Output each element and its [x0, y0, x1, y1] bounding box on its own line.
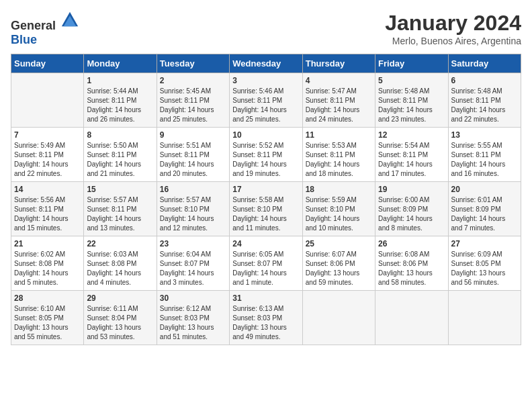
day-info: Sunrise: 6:10 AMSunset: 8:05 PMDaylight:… — [14, 305, 69, 340]
calendar-cell: 8 Sunrise: 5:50 AMSunset: 8:11 PMDayligh… — [84, 128, 157, 182]
day-number: 19 — [378, 185, 445, 194]
calendar-week-row: 28 Sunrise: 6:10 AMSunset: 8:05 PMDaylig… — [11, 291, 521, 345]
logo-icon — [60, 11, 79, 30]
day-info: Sunrise: 6:04 AMSunset: 8:07 PMDaylight:… — [160, 250, 214, 286]
weekday-header-saturday: Saturday — [448, 54, 521, 73]
calendar-cell: 4 Sunrise: 5:47 AMSunset: 8:11 PMDayligh… — [302, 73, 375, 128]
calendar-cell: 25 Sunrise: 6:07 AMSunset: 8:06 PMDaylig… — [302, 236, 375, 291]
calendar-cell: 26 Sunrise: 6:08 AMSunset: 8:06 PMDaylig… — [375, 236, 448, 291]
calendar-cell: 16 Sunrise: 5:57 AMSunset: 8:10 PMDaylig… — [157, 182, 229, 236]
day-info: Sunrise: 5:57 AMSunset: 8:11 PMDaylight:… — [87, 196, 141, 232]
day-info: Sunrise: 5:59 AMSunset: 8:10 PMDaylight:… — [306, 196, 360, 232]
calendar-week-row: 14 Sunrise: 5:56 AMSunset: 8:11 PMDaylig… — [11, 182, 521, 236]
day-info: Sunrise: 5:52 AMSunset: 8:11 PMDaylight:… — [232, 142, 287, 177]
day-number: 1 — [87, 76, 153, 85]
day-number: 13 — [451, 130, 518, 140]
calendar-cell: 31 Sunrise: 6:13 AMSunset: 8:03 PMDaylig… — [230, 291, 302, 345]
day-number: 28 — [14, 293, 81, 303]
weekday-header-row: SundayMondayTuesdayWednesdayThursdayFrid… — [11, 54, 521, 73]
day-info: Sunrise: 6:03 AMSunset: 8:08 PMDaylight:… — [87, 250, 141, 286]
calendar-cell: 7 Sunrise: 5:49 AMSunset: 8:11 PMDayligh… — [11, 128, 84, 182]
day-info: Sunrise: 6:01 AMSunset: 8:09 PMDaylight:… — [451, 196, 506, 232]
calendar-cell: 14 Sunrise: 5:56 AMSunset: 8:11 PMDaylig… — [11, 182, 84, 236]
month-year-title: January 2024 — [385, 11, 521, 36]
day-info: Sunrise: 5:48 AMSunset: 8:11 PMDaylight:… — [451, 87, 506, 123]
day-number: 22 — [87, 239, 153, 248]
calendar-cell: 13 Sunrise: 5:55 AMSunset: 8:11 PMDaylig… — [448, 128, 521, 182]
day-info: Sunrise: 6:05 AMSunset: 8:07 PMDaylight:… — [232, 250, 287, 286]
day-number: 30 — [160, 293, 226, 303]
day-info: Sunrise: 5:46 AMSunset: 8:11 PMDaylight:… — [232, 87, 287, 123]
day-number: 9 — [160, 130, 226, 140]
day-info: Sunrise: 5:47 AMSunset: 8:11 PMDaylight:… — [306, 87, 360, 123]
day-number: 17 — [232, 185, 299, 194]
calendar-cell: 22 Sunrise: 6:03 AMSunset: 8:08 PMDaylig… — [84, 236, 157, 291]
day-info: Sunrise: 6:13 AMSunset: 8:03 PMDaylight:… — [232, 305, 287, 340]
calendar-cell — [448, 291, 521, 345]
calendar-week-row: 21 Sunrise: 6:02 AMSunset: 8:08 PMDaylig… — [11, 236, 521, 291]
calendar-cell — [375, 291, 448, 345]
day-info: Sunrise: 5:58 AMSunset: 8:10 PMDaylight:… — [232, 196, 287, 232]
calendar-cell: 30 Sunrise: 6:12 AMSunset: 8:03 PMDaylig… — [157, 291, 229, 345]
day-number: 12 — [378, 130, 445, 140]
calendar-cell: 24 Sunrise: 6:05 AMSunset: 8:07 PMDaylig… — [230, 236, 302, 291]
logo-blue: Blue — [11, 33, 37, 46]
logo: General Blue — [11, 11, 79, 47]
day-number: 7 — [14, 130, 81, 140]
day-number: 16 — [160, 185, 226, 194]
calendar-cell: 19 Sunrise: 6:00 AMSunset: 8:09 PMDaylig… — [375, 182, 448, 236]
calendar-cell: 28 Sunrise: 6:10 AMSunset: 8:05 PMDaylig… — [11, 291, 84, 345]
day-info: Sunrise: 5:48 AMSunset: 8:11 PMDaylight:… — [378, 87, 433, 123]
calendar-cell: 21 Sunrise: 6:02 AMSunset: 8:08 PMDaylig… — [11, 236, 84, 291]
day-number: 29 — [87, 293, 153, 303]
weekday-header-monday: Monday — [84, 54, 157, 73]
day-number: 8 — [87, 130, 153, 140]
calendar-week-row: 1 Sunrise: 5:44 AMSunset: 8:11 PMDayligh… — [11, 73, 521, 128]
calendar-cell: 12 Sunrise: 5:54 AMSunset: 8:11 PMDaylig… — [375, 128, 448, 182]
weekday-header-wednesday: Wednesday — [230, 54, 302, 73]
calendar-cell: 17 Sunrise: 5:58 AMSunset: 8:10 PMDaylig… — [230, 182, 302, 236]
day-number: 24 — [232, 239, 299, 248]
day-info: Sunrise: 5:55 AMSunset: 8:11 PMDaylight:… — [451, 142, 506, 177]
day-info: Sunrise: 6:12 AMSunset: 8:03 PMDaylight:… — [160, 305, 214, 340]
day-number: 5 — [378, 76, 445, 85]
day-info: Sunrise: 6:00 AMSunset: 8:09 PMDaylight:… — [378, 196, 433, 232]
day-info: Sunrise: 5:53 AMSunset: 8:11 PMDaylight:… — [306, 142, 360, 177]
calendar-cell — [11, 73, 84, 128]
day-info: Sunrise: 5:56 AMSunset: 8:11 PMDaylight:… — [14, 196, 69, 232]
calendar-week-row: 7 Sunrise: 5:49 AMSunset: 8:11 PMDayligh… — [11, 128, 521, 182]
day-number: 20 — [451, 185, 518, 194]
calendar-cell: 18 Sunrise: 5:59 AMSunset: 8:10 PMDaylig… — [302, 182, 375, 236]
calendar-cell — [302, 291, 375, 345]
calendar-cell: 2 Sunrise: 5:45 AMSunset: 8:11 PMDayligh… — [157, 73, 229, 128]
location-subtitle: Merlo, Buenos Aires, Argentina — [385, 36, 521, 46]
day-number: 15 — [87, 185, 153, 194]
day-number: 21 — [14, 239, 81, 248]
day-info: Sunrise: 5:44 AMSunset: 8:11 PMDaylight:… — [87, 87, 141, 123]
day-info: Sunrise: 6:11 AMSunset: 8:04 PMDaylight:… — [87, 305, 141, 340]
calendar-cell: 23 Sunrise: 6:04 AMSunset: 8:07 PMDaylig… — [157, 236, 229, 291]
calendar-cell: 3 Sunrise: 5:46 AMSunset: 8:11 PMDayligh… — [230, 73, 302, 128]
day-info: Sunrise: 5:45 AMSunset: 8:11 PMDaylight:… — [160, 87, 214, 123]
calendar-cell: 9 Sunrise: 5:51 AMSunset: 8:11 PMDayligh… — [157, 128, 229, 182]
calendar-cell: 1 Sunrise: 5:44 AMSunset: 8:11 PMDayligh… — [84, 73, 157, 128]
day-number: 2 — [160, 76, 226, 85]
day-number: 4 — [306, 76, 372, 85]
calendar-cell: 15 Sunrise: 5:57 AMSunset: 8:11 PMDaylig… — [84, 182, 157, 236]
day-number: 18 — [306, 185, 372, 194]
day-number: 11 — [306, 130, 372, 140]
day-number: 27 — [451, 239, 518, 248]
day-number: 10 — [232, 130, 299, 140]
logo-general: General — [11, 19, 56, 32]
day-number: 6 — [451, 76, 518, 85]
day-number: 23 — [160, 239, 226, 248]
day-number: 3 — [232, 76, 299, 85]
day-number: 31 — [232, 293, 299, 303]
day-info: Sunrise: 5:51 AMSunset: 8:11 PMDaylight:… — [160, 142, 214, 177]
calendar-cell: 5 Sunrise: 5:48 AMSunset: 8:11 PMDayligh… — [375, 73, 448, 128]
weekday-header-tuesday: Tuesday — [157, 54, 229, 73]
day-number: 14 — [14, 185, 81, 194]
day-info: Sunrise: 5:57 AMSunset: 8:10 PMDaylight:… — [160, 196, 214, 232]
day-info: Sunrise: 6:08 AMSunset: 8:06 PMDaylight:… — [378, 250, 433, 286]
day-info: Sunrise: 6:02 AMSunset: 8:08 PMDaylight:… — [14, 250, 69, 286]
